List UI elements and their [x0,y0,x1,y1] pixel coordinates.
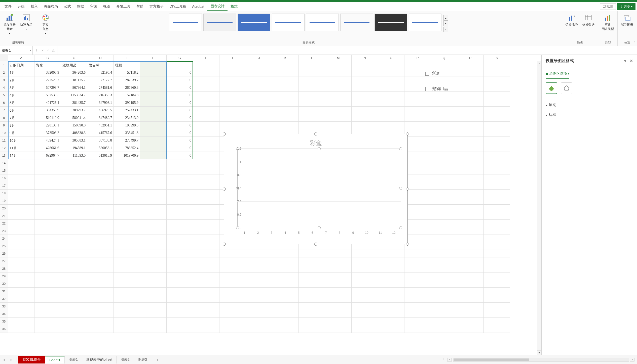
cell[interactable] [87,235,114,242]
cell[interactable] [378,257,404,265]
cell[interactable] [193,220,219,227]
scroll-down-icon[interactable]: ▾ [537,350,541,355]
cell[interactable]: 222520.2 [34,76,61,84]
cell[interactable] [404,220,431,227]
horizontal-scrollbar[interactable]: ⋮ ◂ ▸ [164,358,637,361]
cell[interactable] [404,144,431,152]
cell[interactable] [457,76,484,84]
cell[interactable] [140,107,167,114]
cell[interactable] [325,122,352,129]
cell[interactable] [378,318,404,325]
cell[interactable] [87,197,114,205]
cell[interactable] [167,205,193,212]
row-header[interactable]: 18 [0,190,8,197]
cell[interactable] [193,144,219,152]
cell[interactable] [457,197,484,205]
cell[interactable] [272,288,299,295]
cell[interactable] [431,129,457,137]
cell[interactable]: 2月 [8,76,34,84]
cell[interactable] [431,159,457,167]
comments-button[interactable]: ☐批注 [600,3,616,10]
cell[interactable] [299,272,325,280]
cell[interactable]: 382003.9 [34,69,61,76]
cell[interactable] [484,257,510,265]
cell[interactable]: 234713.0 [114,114,140,122]
cell[interactable] [457,272,484,280]
cell[interactable] [457,257,484,265]
vertical-scrollbar[interactable]: ▴ ▾ [537,61,541,355]
header-cell[interactable]: 宠物用品 [61,61,87,69]
cell[interactable] [193,159,219,167]
cell[interactable] [404,197,431,205]
row-header[interactable]: 26 [0,250,8,257]
cell[interactable] [431,242,457,250]
row-header[interactable]: 6 [0,99,8,107]
row-header[interactable]: 17 [0,182,8,190]
cell[interactable] [378,107,404,114]
cell[interactable] [114,227,140,235]
cell[interactable] [8,318,34,325]
row-header[interactable]: 23 [0,227,8,235]
cell[interactable] [167,235,193,242]
cell[interactable] [246,76,272,84]
name-box-input[interactable] [2,49,22,52]
cell[interactable] [114,265,140,272]
cell[interactable] [431,137,457,144]
cell[interactable] [246,288,272,295]
cell[interactable] [431,235,457,242]
sheet-nav-prev[interactable]: ◂ [0,358,8,361]
cell[interactable] [299,265,325,272]
cell[interactable]: 510119.0 [34,114,61,122]
cell[interactable] [352,61,378,69]
scroll-right-icon[interactable]: ▸ [630,358,634,361]
cell[interactable] [8,242,34,250]
cell[interactable] [219,303,246,310]
cell[interactable] [87,159,114,167]
cell[interactable] [167,242,193,250]
cell[interactable] [457,295,484,303]
cell[interactable] [484,69,510,76]
cell[interactable] [431,182,457,190]
cell[interactable]: 0 [167,84,193,92]
cell[interactable]: 0 [167,122,193,129]
cell[interactable] [272,107,299,114]
cell[interactable] [193,122,219,129]
cell[interactable] [87,205,114,212]
cell[interactable] [193,310,219,318]
cell[interactable] [8,303,34,310]
cell[interactable] [431,280,457,288]
row-header[interactable]: 16 [0,174,8,182]
col-header[interactable]: L [299,55,325,61]
cell[interactable] [61,212,87,220]
cell[interactable] [8,159,34,167]
cell[interactable] [484,137,510,144]
cell[interactable] [34,318,61,325]
cell[interactable] [325,265,352,272]
row-header[interactable]: 13 [0,152,8,159]
sheet-tab[interactable]: 透视表中的offset [82,356,117,363]
cell[interactable] [484,122,510,129]
cell[interactable] [61,310,87,318]
cell[interactable] [272,257,299,265]
cell[interactable] [61,288,87,295]
cell[interactable] [246,272,272,280]
cell[interactable] [193,212,219,220]
cell[interactable] [325,114,352,122]
cell[interactable] [114,190,140,197]
cell[interactable] [484,212,510,220]
cell[interactable] [34,197,61,205]
cell[interactable] [378,69,404,76]
cell[interactable] [352,295,378,303]
cell[interactable] [404,152,431,159]
cell[interactable] [352,69,378,76]
cell[interactable] [457,235,484,242]
cell[interactable] [193,107,219,114]
cell[interactable] [404,190,431,197]
cell[interactable] [140,242,167,250]
cell[interactable] [404,265,431,272]
cell[interactable] [140,129,167,137]
cell[interactable]: 77177.7 [87,76,114,84]
style-gallery-scroll[interactable]: ▴▾▿ [443,14,448,32]
cell[interactable]: 364203.6 [61,69,87,76]
cell[interactable] [140,144,167,152]
